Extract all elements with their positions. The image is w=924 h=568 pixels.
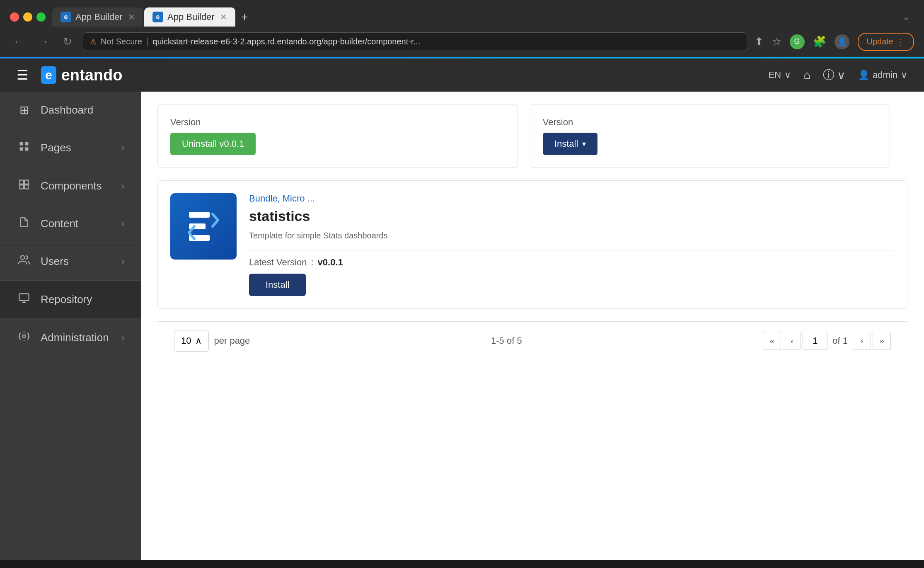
sidebar-item-repository[interactable]: Repository: [0, 281, 141, 319]
sidebar-item-content[interactable]: Content ›: [0, 205, 141, 243]
dashboard-icon: ⊞: [17, 103, 31, 117]
not-secure-label: Not Secure: [101, 37, 142, 46]
uninstall-button[interactable]: Uninstall v0.0.1: [170, 133, 256, 155]
card-tags[interactable]: Bundle, Micro ...: [249, 193, 895, 204]
traffic-lights: [10, 12, 46, 22]
card-thumbnail: [170, 193, 237, 260]
next-page-button[interactable]: ›: [853, 332, 871, 350]
address-bar[interactable]: ⚠ Not Secure | quickstart-release-e6-3-2…: [83, 32, 747, 51]
page-number-input[interactable]: [803, 332, 827, 350]
per-page-selector[interactable]: 10 ∧: [174, 330, 209, 352]
update-button[interactable]: Update ⋮: [858, 33, 914, 51]
sidebar: ⊞ Dashboard Pages › Components ›: [0, 92, 141, 560]
maximize-traffic-light[interactable]: [36, 12, 46, 22]
language-selector[interactable]: EN ∨: [769, 70, 791, 80]
svg-rect-0: [20, 142, 23, 146]
sidebar-item-dashboard[interactable]: ⊞ Dashboard: [0, 92, 141, 129]
users-arrow-icon: ›: [121, 256, 124, 267]
sidebar-label-components: Components: [41, 180, 112, 192]
card-title: statistics: [249, 208, 895, 224]
minimize-traffic-light[interactable]: [23, 12, 32, 22]
svg-rect-1: [25, 142, 28, 146]
home-button[interactable]: ⌂: [803, 68, 810, 82]
back-button[interactable]: ←: [10, 34, 27, 50]
help-icon: ⓘ: [823, 67, 835, 83]
share-button[interactable]: ⬆: [755, 35, 764, 48]
statistics-card: Bundle, Micro ... statistics Template fo…: [157, 180, 907, 309]
per-page-chevron: ∧: [195, 335, 202, 346]
card-partial-left: Version Uninstall v0.0.1: [157, 104, 518, 168]
bookmark-button[interactable]: ☆: [772, 35, 781, 48]
sidebar-item-pages[interactable]: Pages ›: [0, 129, 141, 167]
extensions-button[interactable]: 🧩: [813, 35, 826, 48]
version-colon: :: [311, 257, 313, 268]
administration-icon: [17, 330, 31, 345]
svg-point-8: [21, 256, 24, 260]
pages-icon: [17, 141, 31, 155]
page-of-label: of 1: [832, 335, 848, 346]
new-tab-button[interactable]: +: [236, 7, 253, 27]
lang-label: EN: [769, 70, 781, 80]
last-page-button[interactable]: »: [873, 332, 891, 350]
first-page-button[interactable]: «: [763, 332, 781, 350]
pagination-info: 1-5 of 5: [250, 335, 763, 346]
browser-titlebar: e App Builder ✕ e App Builder ✕ + ⌄: [0, 0, 924, 27]
update-label: Update: [867, 37, 894, 46]
toolbar-actions: ⬆ ☆ G 🧩 👤 Update ⋮: [755, 33, 914, 51]
help-chevron: ∨: [837, 68, 846, 82]
user-icon: 👤: [858, 70, 869, 80]
svg-rect-3: [25, 147, 28, 150]
browser-tab-1[interactable]: e App Builder ✕: [52, 7, 143, 27]
tab-label-1: App Builder: [75, 12, 123, 22]
install-dropdown-arrow: ▾: [582, 139, 586, 148]
svg-rect-9: [19, 294, 29, 301]
card-install-button[interactable]: Install: [249, 274, 306, 296]
grammarly-button[interactable]: G: [790, 34, 805, 49]
update-menu-icon: ⋮: [897, 37, 905, 47]
components-icon: [17, 179, 31, 193]
tab-close-2[interactable]: ✕: [220, 12, 227, 22]
sidebar-label-administration: Administration: [41, 331, 112, 344]
admin-menu[interactable]: 👤 admin ∨: [858, 70, 907, 80]
hamburger-menu[interactable]: ☰: [17, 67, 29, 83]
tab-close-1[interactable]: ✕: [128, 12, 135, 22]
prev-page-button[interactable]: ‹: [783, 332, 801, 350]
card-divider: [249, 250, 895, 250]
sidebar-item-components[interactable]: Components ›: [0, 167, 141, 205]
sidebar-label-users: Users: [41, 255, 112, 268]
app-header: ☰ e entando EN ∨ ⌂ ⓘ ∨ 👤 admin ∨: [0, 58, 924, 92]
profile-button[interactable]: 👤: [835, 34, 849, 49]
close-traffic-light[interactable]: [10, 12, 19, 22]
admin-chevron: ∨: [901, 70, 907, 80]
version-value: v0.0.1: [318, 257, 343, 268]
admin-label: admin: [873, 70, 897, 80]
pages-arrow-icon: ›: [121, 143, 124, 153]
sidebar-label-content: Content: [41, 217, 112, 230]
browser-chrome: e App Builder ✕ e App Builder ✕ + ⌄ ← → …: [0, 0, 924, 58]
svg-rect-12: [189, 212, 210, 218]
browser-tab-2[interactable]: e App Builder ✕: [144, 7, 235, 27]
sidebar-item-users[interactable]: Users ›: [0, 243, 141, 281]
main-area: ⊞ Dashboard Pages › Components ›: [0, 92, 924, 560]
pagination-range: 1-5 of 5: [491, 335, 522, 346]
reload-button[interactable]: ↻: [60, 34, 75, 50]
help-button[interactable]: ⓘ ∨: [823, 67, 846, 83]
tab-label-2: App Builder: [167, 12, 215, 22]
administration-arrow-icon: ›: [121, 333, 124, 343]
sidebar-item-administration[interactable]: Administration ›: [0, 319, 141, 357]
pagination-bar: 10 ∧ per page 1-5 of 5 « ‹ of 1 › »: [157, 321, 907, 360]
users-icon: [17, 254, 31, 269]
forward-button[interactable]: →: [35, 34, 52, 50]
partial-top-cards: Version Uninstall v0.0.1 Version Install…: [157, 104, 907, 168]
tab-favicon-1: e: [60, 12, 71, 22]
components-arrow-icon: ›: [121, 181, 124, 192]
sidebar-label-dashboard: Dashboard: [41, 104, 124, 117]
install-dropdown-button[interactable]: Install ▾: [543, 133, 597, 155]
content-area: Version Uninstall v0.0.1 Version Install…: [141, 92, 924, 560]
browser-toolbar: ← → ↻ ⚠ Not Secure | quickstart-release-…: [0, 27, 924, 57]
cards-area: Version Uninstall v0.0.1 Version Install…: [141, 92, 924, 372]
tabs-bar: e App Builder ✕ e App Builder ✕ +: [52, 7, 892, 27]
svg-rect-6: [20, 185, 24, 189]
logo-icon: e: [41, 66, 56, 84]
security-icon: ⚠: [90, 37, 97, 46]
